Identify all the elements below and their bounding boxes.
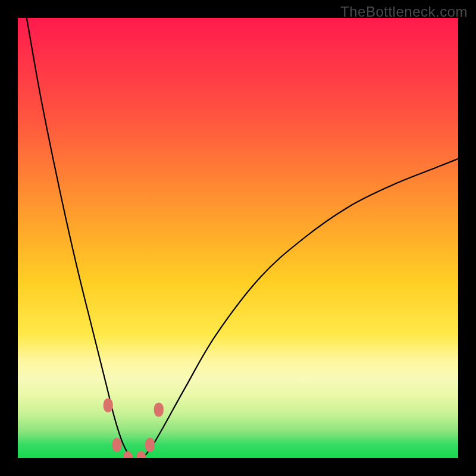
marker-dot xyxy=(136,451,146,458)
plot-area xyxy=(18,18,458,458)
marker-dot xyxy=(104,398,113,412)
curve-markers xyxy=(104,398,164,458)
marker-dot xyxy=(112,438,122,452)
bottleneck-curve xyxy=(27,18,458,458)
curve-svg xyxy=(18,18,458,458)
marker-dot xyxy=(154,403,164,417)
marker-dot xyxy=(123,451,133,458)
watermark-text: TheBottleneck.com xyxy=(340,4,468,20)
chart-frame: TheBottleneck.com xyxy=(0,0,476,476)
marker-dot xyxy=(145,438,155,452)
